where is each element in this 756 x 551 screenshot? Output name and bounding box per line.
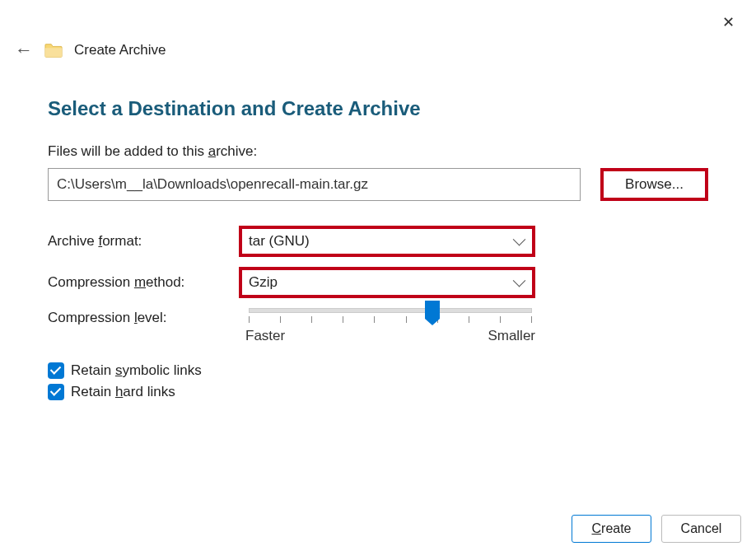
slider-ticks bbox=[249, 316, 532, 323]
archive-format-value: tar (GNU) bbox=[249, 233, 310, 250]
archive-format-dropdown[interactable]: tar (GNU) bbox=[239, 226, 535, 257]
compression-level-slider[interactable] bbox=[249, 308, 532, 313]
window-title: Create Archive bbox=[74, 42, 166, 58]
compression-method-value: Gzip bbox=[249, 274, 278, 291]
close-button[interactable]: ✕ bbox=[716, 10, 741, 35]
slider-smaller-label: Smaller bbox=[488, 328, 535, 344]
header-bar: ← Create Archive bbox=[0, 0, 756, 59]
archive-path-label: Files will be added to this archive: bbox=[48, 143, 708, 160]
retain-hard-links-label: Retain hard links bbox=[71, 384, 175, 400]
compression-level-label: Compression level: bbox=[48, 308, 239, 326]
compression-method-dropdown[interactable]: Gzip bbox=[239, 267, 535, 298]
slider-faster-label: Faster bbox=[245, 328, 285, 344]
cancel-button[interactable]: Cancel bbox=[661, 515, 741, 543]
retain-hard-links-checkbox[interactable] bbox=[48, 384, 64, 400]
archive-format-label: Archive format: bbox=[48, 233, 239, 250]
back-button[interactable]: ← bbox=[15, 41, 33, 59]
archive-path-input[interactable] bbox=[48, 168, 581, 201]
compression-method-label: Compression method: bbox=[48, 274, 239, 291]
slider-thumb[interactable] bbox=[425, 301, 440, 319]
page-heading: Select a Destination and Create Archive bbox=[48, 97, 708, 120]
retain-symbolic-links-checkbox[interactable] bbox=[48, 362, 64, 379]
create-button[interactable]: Create bbox=[572, 515, 651, 543]
folder-icon bbox=[44, 42, 63, 58]
browse-button[interactable]: Browse... bbox=[600, 168, 708, 201]
retain-symbolic-links-label: Retain symbolic links bbox=[71, 362, 202, 379]
